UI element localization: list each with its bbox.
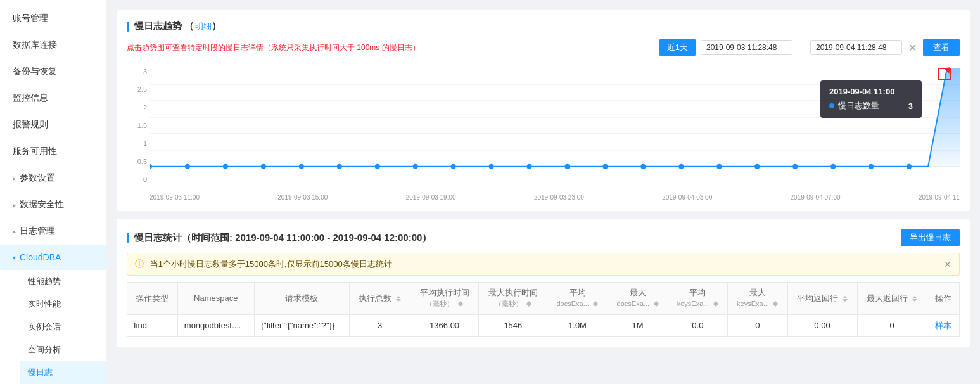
th-namespace: Namespace	[177, 283, 254, 315]
th-max-keys[interactable]: 最大keysExa...	[728, 283, 787, 315]
svg-point-13	[337, 164, 342, 169]
x-label-1: 2019-09-03 15:00	[277, 194, 328, 201]
detail-link[interactable]: 明细	[195, 21, 212, 32]
td-avg-time: 1366.00	[410, 314, 478, 336]
sidebar-item-monitor[interactable]: 监控信息	[0, 85, 106, 112]
y-axis: 3 2.5 2 1.5 1 0.5 0	[127, 68, 150, 183]
td-max-time: 1546	[479, 314, 547, 336]
svg-point-20	[602, 164, 608, 169]
sidebar-item-clouddba[interactable]: CloudDBA	[0, 245, 106, 270]
stats-table: 操作类型 Namespace 请求模板 执行总数 平均执行时间（毫秒）	[127, 282, 960, 337]
y-label-3: 3	[143, 68, 147, 75]
sidebar-item-instance-session[interactable]: 实例会话	[20, 316, 106, 338]
recent-btn[interactable]: 近1天	[659, 39, 696, 56]
clear-date-btn[interactable]: ✕	[907, 41, 918, 55]
date-start-input[interactable]	[701, 40, 792, 55]
td-namespace: mongodbtest....	[177, 314, 254, 336]
th-action: 操作	[927, 283, 959, 315]
th-exec-count[interactable]: 执行总数	[350, 283, 410, 315]
stats-section: 慢日志统计（时间范围: 2019-09-04 11:00:00 - 2019-0…	[117, 219, 970, 347]
th-max-time[interactable]: 最大执行时间（毫秒）	[479, 283, 547, 315]
y-label-2: 2	[143, 104, 147, 112]
th-type: 操作类型	[127, 283, 178, 315]
x-label-5: 2019-09-04 07:00	[791, 194, 841, 201]
sort-icon-avg-keys	[713, 301, 718, 307]
svg-point-17	[489, 164, 494, 169]
th-max-return[interactable]: 最大返回行	[857, 283, 927, 315]
sidebar-item-params[interactable]: 参数设置	[0, 165, 106, 191]
x-label-3: 2019-09-03 23:00	[534, 194, 584, 201]
chart-area[interactable]: 3 2.5 2 1.5 1 0.5 0	[127, 61, 960, 201]
sidebar-item-slow-log[interactable]: 慢日志	[20, 361, 106, 384]
x-label-2: 2019-09-03 19:00	[406, 194, 456, 201]
date-end-input[interactable]	[810, 40, 902, 55]
y-label-0-5: 0.5	[137, 158, 147, 165]
sidebar-item-data-security[interactable]: 数据安全性	[0, 191, 106, 218]
th-max-docs[interactable]: 最大docsExa...	[608, 283, 668, 315]
cursor-arrow-box	[938, 68, 951, 80]
sidebar-item-account[interactable]: 账号管理	[0, 5, 106, 32]
title-bar-decoration	[127, 22, 129, 32]
th-avg-docs[interactable]: 平均docsExa...	[547, 283, 608, 315]
sidebar-item-backup[interactable]: 备份与恢复	[0, 58, 106, 85]
table-header-row: 操作类型 Namespace 请求模板 执行总数 平均执行时间（毫秒）	[127, 283, 960, 315]
x-label-4: 2019-09-04 03:00	[662, 194, 712, 201]
td-max-return: 0	[857, 314, 927, 336]
svg-point-25	[792, 164, 798, 169]
query-btn[interactable]: 查看	[923, 39, 960, 56]
sort-icon-avg-time	[458, 301, 463, 307]
stats-section-title: 慢日志统计（时间范围: 2019-09-04 11:00:00 - 2019-0…	[127, 232, 431, 244]
sidebar-item-availability[interactable]: 服务可用性	[0, 138, 106, 165]
sort-icon-avg-return	[843, 296, 848, 302]
sidebar-sub-clouddba: 性能趋势 实时性能 实例会话 空间分析 慢日志	[0, 270, 106, 384]
svg-point-23	[716, 164, 722, 169]
table-row: find mongodbtest.... {"filter":{"name":"…	[127, 314, 960, 336]
chart-header: 点击趋势图可查看特定时段的慢日志详情（系统只采集执行时间大于 100ms 的慢日…	[127, 39, 960, 56]
sidebar-item-alarm[interactable]: 报警规则	[0, 112, 106, 138]
svg-point-8	[150, 164, 152, 169]
td-avg-docs: 1.0M	[547, 314, 608, 336]
y-label-1: 1	[143, 139, 147, 147]
td-max-docs: 1M	[608, 314, 668, 336]
action-link[interactable]: 样本	[935, 321, 951, 330]
td-avg-keys: 0.0	[668, 314, 727, 336]
sidebar-item-perf-trend[interactable]: 性能趋势	[20, 270, 106, 293]
svg-point-26	[830, 164, 836, 169]
td-exec-count: 3	[350, 314, 410, 336]
svg-point-19	[564, 164, 570, 169]
svg-point-22	[678, 164, 684, 169]
svg-point-14	[375, 164, 380, 169]
sidebar-item-space-analysis[interactable]: 空间分析	[20, 338, 106, 361]
th-template: 请求模板	[254, 283, 349, 315]
td-action[interactable]: 样本	[927, 314, 959, 336]
sidebar-item-log-manage[interactable]: 日志管理	[0, 218, 106, 245]
close-warning-btn[interactable]: ✕	[944, 259, 951, 269]
svg-point-21	[640, 164, 646, 169]
th-avg-keys[interactable]: 平均keysExa...	[668, 283, 727, 315]
th-avg-return[interactable]: 平均返回行	[787, 283, 857, 315]
td-max-keys: 0	[728, 314, 787, 336]
sort-icon-max-time	[526, 301, 531, 307]
x-label-6: 2019-09-04 11	[919, 194, 960, 201]
stats-title-text: 慢日志统计（时间范围: 2019-09-04 11:00:00 - 2019-0…	[134, 232, 431, 244]
svg-point-28	[907, 164, 912, 169]
sort-icon-exec	[396, 296, 401, 302]
svg-point-18	[527, 164, 532, 169]
svg-point-15	[413, 164, 418, 169]
svg-point-10	[223, 164, 228, 169]
stats-header: 慢日志统计（时间范围: 2019-09-04 11:00:00 - 2019-0…	[127, 229, 960, 246]
export-btn[interactable]: 导出慢日志	[901, 229, 960, 246]
chart-controls: 近1天 — ✕ 查看	[659, 39, 960, 56]
warning-banner: ⓘ 当1个小时慢日志数量多于15000条时,仅显示前15000条慢日志统计 ✕	[127, 253, 960, 276]
td-avg-return: 0.00	[787, 314, 857, 336]
sidebar-item-db-connect[interactable]: 数据库连接	[0, 32, 106, 58]
svg-point-27	[869, 164, 874, 169]
sidebar-item-realtime-perf[interactable]: 实时性能	[20, 293, 106, 316]
sort-icon-max-return	[912, 296, 917, 302]
date-separator: —	[798, 43, 805, 52]
th-avg-time[interactable]: 平均执行时间（毫秒）	[410, 283, 478, 315]
svg-point-24	[754, 164, 760, 169]
y-label-2-5: 2.5	[137, 86, 147, 93]
chart-svg	[150, 68, 960, 183]
chart-section-title: 慢日志趋势 （ 明细 ）	[127, 20, 960, 32]
